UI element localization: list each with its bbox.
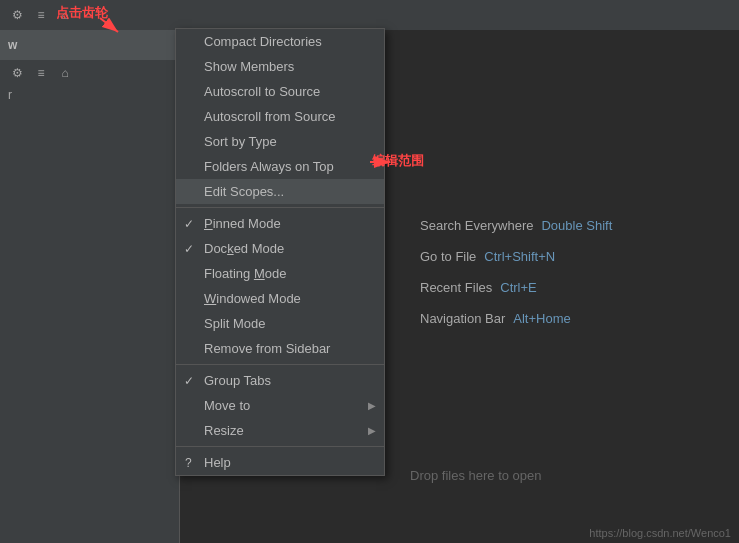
menu-item-show-members[interactable]: Show Members: [176, 54, 384, 79]
sidebar-filter-icon[interactable]: ≡: [32, 64, 50, 82]
navigation-bar-item: Navigation Bar Alt+Home: [420, 311, 571, 326]
menu-item-docked-mode[interactable]: Docked Mode: [176, 236, 384, 261]
menu-item-compact-directories[interactable]: Compact Directories: [176, 29, 384, 54]
menu-item-autoscroll-to-source[interactable]: Autoscroll to Source: [176, 79, 384, 104]
recent-files-label: Recent Files: [420, 280, 492, 295]
menu-separator-2: [176, 364, 384, 365]
recent-files-shortcut: Ctrl+E: [500, 280, 536, 295]
sidebar-header: w: [0, 30, 179, 60]
menu-item-move-to[interactable]: Move to: [176, 393, 384, 418]
sidebar: w ⚙ ≡ ⌂ r: [0, 30, 180, 543]
annotation-right: 编辑范围: [372, 152, 424, 170]
menu-item-pinned-mode[interactable]: Pinned Mode: [176, 211, 384, 236]
menu-item-resize[interactable]: Resize: [176, 418, 384, 443]
menu-item-folders-always-on-top[interactable]: Folders Always on Top: [176, 154, 384, 179]
context-menu: Compact Directories Show Members Autoscr…: [175, 28, 385, 476]
annotation-top: 点击齿轮: [56, 4, 108, 22]
menu-item-remove-from-sidebar[interactable]: Remove from Sidebar: [176, 336, 384, 361]
search-everywhere-label: Search Everywhere: [420, 218, 533, 233]
right-panel: Search Everywhere Double Shift Go to Fil…: [400, 30, 739, 513]
navigation-bar-label: Navigation Bar: [420, 311, 505, 326]
sidebar-toolbar: ⚙ ≡ ⌂: [0, 60, 179, 86]
sidebar-settings-icon[interactable]: ⌂: [56, 64, 74, 82]
menu-separator-3: [176, 446, 384, 447]
sidebar-gear-icon[interactable]: ⚙: [8, 64, 26, 82]
navigation-bar-shortcut: Alt+Home: [513, 311, 570, 326]
recent-files-item: Recent Files Ctrl+E: [420, 280, 537, 295]
top-toolbar: ⚙ ≡ ⌂: [0, 0, 739, 30]
menu-item-help[interactable]: Help: [176, 450, 384, 475]
go-to-file-label: Go to File: [420, 249, 476, 264]
url-bar: https://blog.csdn.net/Wenco1: [581, 523, 739, 543]
menu-item-autoscroll-from-source[interactable]: Autoscroll from Source: [176, 104, 384, 129]
menu-separator-1: [176, 207, 384, 208]
menu-item-split-mode[interactable]: Split Mode: [176, 311, 384, 336]
sidebar-title: w: [8, 38, 17, 52]
search-everywhere-shortcut: Double Shift: [541, 218, 612, 233]
gear-icon[interactable]: ⚙: [8, 6, 26, 24]
filter-icon[interactable]: ≡: [32, 6, 50, 24]
menu-item-group-tabs[interactable]: Group Tabs: [176, 368, 384, 393]
search-everywhere-item: Search Everywhere Double Shift: [420, 218, 612, 233]
sidebar-item[interactable]: r: [0, 86, 179, 104]
menu-item-sort-by-type[interactable]: Sort by Type: [176, 129, 384, 154]
menu-item-edit-scopes[interactable]: Edit Scopes...: [176, 179, 384, 204]
go-to-file-shortcut: Ctrl+Shift+N: [484, 249, 555, 264]
drop-files-text: Drop files here to open: [410, 468, 542, 483]
menu-item-windowed-mode[interactable]: Windowed Mode: [176, 286, 384, 311]
go-to-file-item: Go to File Ctrl+Shift+N: [420, 249, 555, 264]
menu-item-floating-mode[interactable]: Floating Mode: [176, 261, 384, 286]
